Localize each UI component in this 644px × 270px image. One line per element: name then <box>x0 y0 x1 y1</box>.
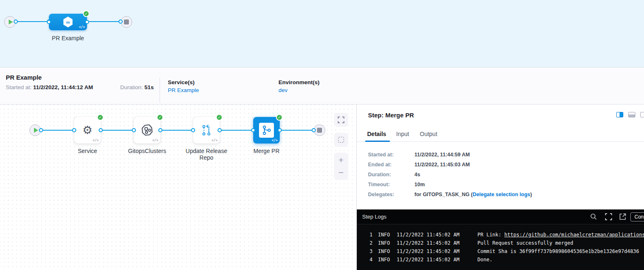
search-icon[interactable] <box>590 213 597 220</box>
step-label: Service <box>63 148 112 154</box>
tab-input[interactable]: Input <box>396 131 409 137</box>
step-logs-panel: Step Logs Console View 1 INFO 11/2/2022 … <box>357 209 644 270</box>
success-check-icon: ✓ <box>157 114 163 121</box>
detail-label: Timeout: <box>368 182 390 187</box>
log-line: 3 INFO 11/2/2022 11:45:02 AM Commit Sha … <box>357 247 644 255</box>
detail-value: for GITOPS_TASK_NG (Delegate selection l… <box>414 192 532 197</box>
step-node-gitopsclusters[interactable]: ✓ </> <box>134 117 160 144</box>
fullscreen-button[interactable] <box>334 113 348 127</box>
run-title: PR Example <box>6 74 42 81</box>
tab-output[interactable]: Output <box>420 131 437 137</box>
port-dot <box>99 128 103 132</box>
environments-link[interactable]: dev <box>278 87 288 93</box>
step-node-update-release-repo[interactable]: ✓ </> <box>193 117 220 144</box>
detail-label: Duration: <box>368 172 391 178</box>
step-label: Merge PR <box>242 148 291 154</box>
log-message: PR Link: https://github.com/michaelcretz… <box>477 231 644 239</box>
gitops-hexagon-icon: ∞ <box>62 16 74 28</box>
port-dot <box>72 128 76 132</box>
detail-row-delegates: Delegates: for GITOPS_TASK_NG (Delegate … <box>368 192 633 202</box>
edge <box>220 130 254 131</box>
edge <box>160 130 194 131</box>
log-message-prefix: PR Link: <box>477 232 504 238</box>
git-merge-icon <box>259 123 274 138</box>
zoom-control: + − <box>334 153 348 180</box>
port-dot <box>119 19 123 24</box>
success-check-icon: ✓ <box>216 114 223 121</box>
log-timestamp: 11/2/2022 11:45:02 AM <box>397 239 460 247</box>
log-line-number: 2 <box>365 239 373 247</box>
marquee-icon <box>338 137 344 143</box>
step-node-merge-pr[interactable]: ✓ </> <box>253 117 280 144</box>
pr-link[interactable]: https://github.com/michaelcretzman/appli… <box>504 232 644 238</box>
code-icon: </> <box>93 139 99 142</box>
log-timestamp: 11/2/2022 11:45:02 AM <box>397 255 460 264</box>
log-line: 2 INFO 11/2/2022 11:45:02 AM Pull Reques… <box>357 239 644 247</box>
open-in-new-icon[interactable] <box>619 213 626 220</box>
tab-details[interactable]: Details <box>367 131 386 137</box>
log-line: 4 INFO 11/2/2022 11:45:02 AM Done. <box>357 255 644 264</box>
services-link[interactable]: PR Example <box>168 87 199 93</box>
execution-graph-canvas[interactable]: ⚙ ✓ </> Service ✓ </> GitopsClusters <box>0 105 357 270</box>
layout-split-right-icon[interactable] <box>616 112 623 117</box>
marquee-select-button[interactable] <box>334 133 348 147</box>
delegates-prefix: for GITOPS_TASK_NG ( <box>414 192 473 197</box>
divider <box>160 78 160 102</box>
started-value: 11/2/2022, 11:44:12 AM <box>33 84 93 90</box>
port-dot <box>39 128 43 132</box>
run-duration: Duration: 51s <box>120 84 154 90</box>
port-dot <box>14 19 18 24</box>
play-icon <box>9 19 13 24</box>
port-dot <box>158 128 162 132</box>
detail-row-started-at: Started at: 11/2/2022, 11:44:59 AM <box>368 152 633 162</box>
detail-label: Ended at: <box>368 162 392 168</box>
duration-label: Duration: <box>120 84 145 90</box>
detail-value: 11/2/2022, 11:45:03 AM <box>414 162 470 168</box>
console-view-button[interactable]: Console View <box>630 212 644 221</box>
port-dot <box>47 20 51 24</box>
stage-label[interactable]: PR Example <box>41 35 95 41</box>
log-message: Done. <box>477 255 492 264</box>
expand-logs-icon[interactable] <box>605 213 612 220</box>
log-message: Pull Request successfully merged <box>477 239 573 247</box>
code-icon: </> <box>79 25 85 29</box>
log-line-number: 1 <box>365 231 373 239</box>
pipeline-execution-page: ∞ ✓ </> PR Example PR Example Started at… <box>0 0 644 270</box>
step-logs-title: Step Logs <box>362 214 387 220</box>
log-level: INFO <box>378 231 390 239</box>
log-timestamp: 11/2/2022 11:45:02 AM <box>397 247 460 255</box>
log-line-number: 4 <box>365 255 373 264</box>
layout-split-vertical-icon[interactable] <box>640 112 644 117</box>
stage-graph-band: ∞ ✓ </> PR Example <box>0 0 644 68</box>
delegate-selection-logs-link[interactable]: Delegate selection logs <box>473 192 530 197</box>
step-logs-header: Step Logs Console View <box>357 209 644 224</box>
edge <box>280 130 314 131</box>
port-dot <box>85 20 89 24</box>
success-check-icon: ✓ <box>97 114 104 121</box>
step-label: GitopsClusters <box>120 148 174 154</box>
log-level: INFO <box>378 255 390 264</box>
zoom-out-button[interactable]: − <box>339 166 344 179</box>
port-dot <box>312 128 316 132</box>
port-dot <box>218 128 222 132</box>
run-started-at: Started at: 11/2/2022, 11:44:12 AM <box>6 84 93 90</box>
git-update-icon <box>200 124 213 137</box>
environments-label: Environment(s) <box>278 79 320 85</box>
log-line-number: 3 <box>365 247 373 255</box>
step-panel-title: Step: Merge PR <box>368 112 414 119</box>
log-timestamp: 11/2/2022 11:45:02 AM <box>397 231 460 239</box>
stop-icon <box>317 128 322 133</box>
stage-node-pr-example[interactable]: ∞ ✓ </> <box>49 14 87 30</box>
detail-value: 11/2/2022, 11:44:59 AM <box>414 152 470 158</box>
step-detail-panel: Step: Merge PR Details Input Output Star… <box>357 105 644 209</box>
delegates-suffix: ) <box>530 192 532 197</box>
layout-split-bottom-icon[interactable] <box>628 112 635 117</box>
code-icon: </> <box>153 139 158 142</box>
step-node-service[interactable]: ⚙ ✓ </> <box>74 117 101 144</box>
zoom-in-button[interactable]: + <box>339 154 344 166</box>
detail-row-timeout: Timeout: 10m <box>368 182 633 192</box>
port-dot <box>278 128 282 132</box>
log-level: INFO <box>378 247 390 255</box>
log-message: Commit Sha is 36f99ff737b98986045365e1b2… <box>477 247 639 255</box>
log-level: INFO <box>378 239 390 247</box>
